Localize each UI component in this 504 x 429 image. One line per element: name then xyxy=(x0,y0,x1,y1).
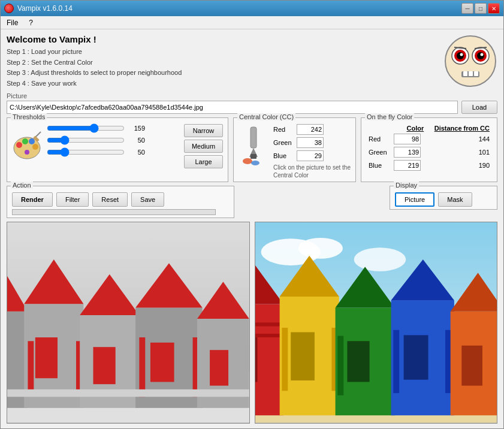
cc-green-input[interactable] xyxy=(297,137,324,148)
thresholds-label: Thresholds xyxy=(11,113,47,120)
cc-red-input[interactable] xyxy=(297,124,324,135)
svg-point-5 xyxy=(457,52,464,59)
svg-rect-57 xyxy=(255,337,257,382)
svg-rect-72 xyxy=(403,336,428,380)
svg-rect-64 xyxy=(282,328,288,391)
render-button[interactable]: Render xyxy=(12,192,53,207)
threshold-slider-2[interactable] xyxy=(47,136,125,144)
app-icon xyxy=(4,4,14,13)
welcome-heading: Welcome to Vampix ! xyxy=(7,34,182,44)
svg-rect-35 xyxy=(35,337,58,378)
picture-label: Picture xyxy=(7,92,497,99)
svg-point-52 xyxy=(298,238,342,259)
svg-point-16 xyxy=(16,142,22,148)
mask-display-button[interactable]: Mask xyxy=(438,192,472,207)
svg-rect-12 xyxy=(474,71,478,76)
medium-button[interactable]: Medium xyxy=(184,140,223,153)
svg-point-7 xyxy=(460,53,463,56)
svg-rect-63 xyxy=(291,333,315,381)
otf-blue-distance: 190 xyxy=(426,159,492,172)
minimize-button[interactable]: ─ xyxy=(461,3,473,14)
svg-rect-60 xyxy=(255,334,283,337)
otf-blue-input[interactable] xyxy=(394,160,421,171)
left-image-panel[interactable] xyxy=(7,222,250,424)
svg-rect-36 xyxy=(28,342,34,394)
svg-rect-25 xyxy=(251,154,256,159)
picture-row: Load xyxy=(7,101,497,114)
svg-rect-77 xyxy=(461,346,482,386)
left-image-svg xyxy=(7,222,249,423)
threshold-value-2: 50 xyxy=(127,137,145,144)
svg-rect-43 xyxy=(150,343,174,382)
otf-color-header xyxy=(366,124,391,132)
svg-rect-49 xyxy=(7,389,249,397)
mascot-svg xyxy=(443,34,497,88)
save-button[interactable]: Save xyxy=(131,192,164,207)
cc-icon xyxy=(239,124,268,179)
svg-point-19 xyxy=(32,144,38,150)
images-row xyxy=(7,222,497,424)
filter-button[interactable]: Filter xyxy=(56,192,89,207)
otf-green-value-cell xyxy=(391,146,426,159)
maximize-button[interactable]: □ xyxy=(475,3,487,14)
reset-button[interactable]: Reset xyxy=(92,192,128,207)
otf-red-input[interactable] xyxy=(394,134,421,144)
svg-point-18 xyxy=(29,138,35,144)
svg-rect-23 xyxy=(251,127,256,148)
right-image-panel[interactable] xyxy=(255,222,498,424)
otf-green-row: Green 101 xyxy=(366,146,492,159)
cc-label: Central Color (CC) xyxy=(237,113,295,120)
step3: Step 3 : Adjust thresholds to select to … xyxy=(7,68,182,78)
action-buttons: Render Filter Reset Save xyxy=(12,192,229,207)
action-display-row: Action Render Filter Reset Save Display … xyxy=(7,186,497,218)
mascot xyxy=(443,34,497,88)
otf-blue-value-cell xyxy=(391,159,426,172)
load-button[interactable]: Load xyxy=(461,101,497,114)
otf-red-distance: 144 xyxy=(426,132,492,146)
otf-color-value-header: Color xyxy=(391,124,426,132)
cc-blue-row: Blue xyxy=(273,150,351,161)
menu-file[interactable]: File xyxy=(4,18,20,28)
title-bar-left: Vampix v1.6.0.14 xyxy=(4,4,73,13)
large-button[interactable]: Large xyxy=(184,155,223,168)
narrow-button[interactable]: Narrow xyxy=(184,124,223,137)
svg-rect-69 xyxy=(337,336,343,395)
svg-rect-55 xyxy=(255,304,283,416)
close-button[interactable]: ✕ xyxy=(488,3,500,14)
otf-blue-row: Blue 190 xyxy=(366,159,492,172)
cc-blue-label: Blue xyxy=(273,152,294,159)
cc-red-row: Red xyxy=(273,124,351,135)
step4: Step 4 : Save your work xyxy=(7,78,182,89)
thresholds-panel: Thresholds xyxy=(7,117,228,182)
cc-panel: Central Color (CC) xyxy=(233,117,356,182)
threshold-slider-1[interactable] xyxy=(47,124,125,132)
picture-display-button[interactable]: Picture xyxy=(395,192,434,207)
svg-point-8 xyxy=(481,53,484,56)
threshold-value-3: 50 xyxy=(127,149,145,156)
cc-values: Red Green Blue Click on the picture to s… xyxy=(273,124,351,179)
svg-rect-48 xyxy=(210,351,228,386)
cc-inner: Red Green Blue Click on the picture to s… xyxy=(239,124,351,179)
svg-point-20 xyxy=(25,150,29,155)
menu-help[interactable]: ? xyxy=(26,18,35,28)
otf-green-input[interactable] xyxy=(394,147,421,158)
slider-row-2: 50 xyxy=(47,136,176,144)
sliders-area: 159 50 50 xyxy=(47,124,176,168)
svg-point-6 xyxy=(477,52,484,59)
window-title: Vampix v1.6.0.14 xyxy=(17,4,73,13)
svg-rect-68 xyxy=(347,342,369,382)
otf-table: Color Distance from CC Red 144 xyxy=(366,124,492,172)
right-image-svg xyxy=(255,222,497,423)
cc-blue-input[interactable] xyxy=(297,150,324,161)
action-inner: Render Filter Reset Save xyxy=(12,192,229,215)
svg-point-27 xyxy=(251,161,259,165)
threshold-buttons: Narrow Medium Large xyxy=(184,124,223,168)
otf-red-row: Red 144 xyxy=(366,132,492,146)
cc-green-row: Green xyxy=(273,137,351,148)
title-controls: ─ □ ✕ xyxy=(461,3,500,14)
svg-rect-40 xyxy=(93,348,116,385)
otf-panel: On the fly Color Color Distance from CC … xyxy=(361,117,497,182)
threshold-slider-3[interactable] xyxy=(47,148,125,156)
picture-path-input[interactable] xyxy=(7,101,458,114)
action-panel: Action Render Filter Reset Save xyxy=(7,186,234,218)
